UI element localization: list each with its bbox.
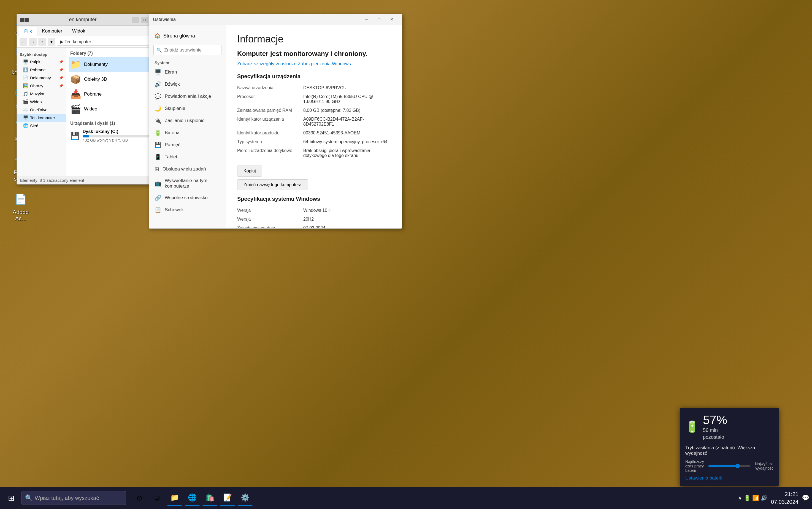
sidebar-item-siec[interactable]: 🌐 Sieć xyxy=(17,122,66,130)
taskbar-app-taskview[interactable]: ⧉ xyxy=(149,490,165,506)
disk-c-info: Dysk lokalny (C:) 432 GB wolnych z 475 G… xyxy=(82,129,156,142)
fe-folder-obiekty[interactable]: 📦 Obiekty 3D xyxy=(69,72,157,87)
fe-minimize-button[interactable]: ─ xyxy=(132,17,139,23)
settings-close-button[interactable]: ✕ xyxy=(385,15,398,24)
sidebar-item-pulpit[interactable]: 🖥️ Pulpit 📌 xyxy=(17,58,66,66)
disk-c-name: Dysk lokalny (C:) xyxy=(82,129,156,134)
spec-row-0: Nazwa urządzenia DESKTOP-6VPRVCU xyxy=(237,83,391,92)
spec-value-1: Intel(R) Core(TM) i5-8365U CPU @ 1.60GHz… xyxy=(303,92,391,106)
settings-maximize-button[interactable]: □ xyxy=(373,15,385,24)
ten-komputer-sidebar-label: Ten komputer xyxy=(30,115,55,120)
settings-nav-wyswietlanie[interactable]: 📺 Wyświetlanie na tym komputerze xyxy=(149,175,226,192)
sidebar-item-onedrive[interactable]: ☁️ OneDrive xyxy=(17,106,66,114)
sidebar-item-obrazy[interactable]: 🖼️ Obrazy 📌 xyxy=(17,82,66,90)
battery-slider[interactable] xyxy=(708,465,750,467)
taskbar-battery-icon[interactable]: 🔋 xyxy=(744,495,751,501)
taskbar-network-icon[interactable]: 📶 xyxy=(752,495,759,501)
battery-slider-left-label: Najdłuższy czas pracy baterii xyxy=(685,460,706,473)
settings-nav-powiadomienia[interactable]: 💬 Powiadomienia i akcje xyxy=(149,90,226,102)
settings-buttons: Kopiuj Zmień nazwę tego komputera xyxy=(237,166,391,190)
fe-tab-plik[interactable]: Plik xyxy=(19,27,37,36)
sidebar-item-muzyka[interactable]: 🎵 Muzyka xyxy=(17,90,66,98)
spec-row-1: Procesor Intel(R) Core(TM) i5-8365U CPU … xyxy=(237,92,391,106)
settings-minimize-button[interactable]: ─ xyxy=(360,15,373,24)
sidebar-item-pobrane[interactable]: ⬇️ Pobrane 📌 xyxy=(17,66,66,74)
settings-windows-spec-table: Wersja Windows 10 H Wersja 20H2 Zainstal… xyxy=(237,206,391,228)
taskbar-app-search[interactable]: ⊙ xyxy=(132,490,147,506)
spec-label-5: Typ systemu xyxy=(237,137,303,146)
settings-nav-dzwiek[interactable]: 🔊 Dźwięk xyxy=(149,78,226,90)
taskbar-notification-button[interactable]: 💬 xyxy=(802,495,809,502)
sidebar-item-ten-komputer[interactable]: 🖥️ Ten komputer xyxy=(17,114,66,122)
taskbar-search-box[interactable]: 🔍 Wpisz tutaj, aby wyszukać xyxy=(22,491,126,505)
settings-nav-schowek[interactable]: 📋 Schowek xyxy=(149,204,226,216)
settings-nav-ekran[interactable]: 🖥️ Ekran xyxy=(149,66,226,78)
settings-nav-bateria[interactable]: 🔋 Bateria xyxy=(149,127,226,139)
sidebar-item-wideo[interactable]: 🎬 Wideo xyxy=(17,98,66,106)
fe-tab-komputer[interactable]: Komputer xyxy=(37,27,67,36)
taskbar-clock[interactable]: 21:21 07.03.2024 xyxy=(771,490,799,506)
start-button[interactable]: ⊞ xyxy=(3,490,19,506)
disk-c-icon: 💾 xyxy=(70,131,80,140)
obsluga-label: Obsługa wielu zadań xyxy=(163,166,206,172)
settings-nav-skupienie[interactable]: 🌙 Skupienie xyxy=(149,102,226,114)
settings-nav-obsluga[interactable]: ⊞ Obsługa wielu zadań xyxy=(149,163,226,175)
fe-up-button[interactable]: ↑ xyxy=(38,38,46,46)
taskbar-app-explorer[interactable]: 📁 xyxy=(167,490,182,506)
fe-folder-wideo[interactable]: 🎬 Wideo xyxy=(69,102,157,116)
bateria-icon: 🔋 xyxy=(155,130,161,136)
fe-folder-dokumenty[interactable]: 📁 Dokumenty xyxy=(69,57,157,72)
muzyka-label: Muzyka xyxy=(30,92,44,96)
fe-disk-c[interactable]: 💾 Dysk lokalny (C:) 432 GB wolnych z 475… xyxy=(69,127,157,145)
home-icon: 🏠 xyxy=(155,33,161,39)
settings-search-box[interactable]: 🔍 xyxy=(154,45,222,55)
spec-value-2: 8,00 GB (dostępne: 7,82 GB) xyxy=(303,106,391,115)
taskbar-app-store[interactable]: 🛍️ xyxy=(202,490,217,506)
schowek-icon: 📋 xyxy=(155,207,161,213)
settings-copy-button[interactable]: Kopiuj xyxy=(237,166,262,176)
settings-nav-pamiec[interactable]: 💾 Pamięć xyxy=(149,139,226,151)
sidebar-item-dokumenty[interactable]: 📄 Dokumenty 📌 xyxy=(17,74,66,82)
fe-recent-button[interactable]: ▼ xyxy=(48,38,55,46)
fe-forward-button[interactable]: → xyxy=(29,38,37,46)
desktop-icon-adobe[interactable]: 📄 Adobe Ac... xyxy=(8,190,33,222)
spec-label-0: Nazwa urządzenia xyxy=(237,83,303,92)
taskbar-volume-icon[interactable]: 🔊 xyxy=(761,495,768,501)
file-explorer-window: ⬛⬛ Ten komputer ─ □ ✕ Plik Komputer Wido… xyxy=(16,14,160,184)
powiadomienia-label: Powiadomienia i akcje xyxy=(165,94,211,99)
settings-search-input[interactable] xyxy=(164,47,223,53)
spec-label-3: Identyfikator urządzenia xyxy=(237,115,303,129)
settings-section-label: System xyxy=(149,58,226,66)
settings-rename-button[interactable]: Zmień nazwę tego komputera xyxy=(237,179,308,190)
battery-percent: 57% xyxy=(703,413,727,427)
dokumenty-pin: 📌 xyxy=(59,76,63,80)
fe-back-button[interactable]: ← xyxy=(20,38,27,46)
settings-nav-zasilanie[interactable]: 🔌 Zasilanie i uśpienie xyxy=(149,114,226,127)
fe-folder-pobrane[interactable]: 📥 Pobrane xyxy=(69,87,157,102)
taskbar-app-settings[interactable]: ⚙️ xyxy=(237,490,253,506)
settings-protection-link[interactable]: Zobacz szczegóły w usłudze Zabezpieczeni… xyxy=(237,61,391,67)
adobe-icon: 📄 xyxy=(12,190,30,208)
settings-nav-wspolne[interactable]: 🔗 Wspólne środowisko xyxy=(149,192,226,204)
fe-sidebar: Szybki dostęp 🖥️ Pulpit 📌 ⬇️ Pobrane 📌 📄… xyxy=(17,48,66,176)
skupienie-icon: 🌙 xyxy=(155,105,161,112)
taskbar-chevron-icon[interactable]: ∧ xyxy=(738,495,742,501)
ekran-label: Ekran xyxy=(165,69,177,75)
desktop: 👤 user 🖥️ Ten komp... 🌐 Sieć 🗑️ Kosz ⚙️ … xyxy=(0,0,812,509)
fe-maximize-button[interactable]: □ xyxy=(141,17,148,23)
onedrive-label: OneDrive xyxy=(30,107,47,112)
fe-addressbar: ← → ↑ ▼ ▶ Ten komputer xyxy=(17,36,160,48)
battery-settings-link[interactable]: Ustawienia baterii xyxy=(685,475,773,481)
settings-nav-tablet[interactable]: 📱 Tablet xyxy=(149,151,226,163)
home-label: Strona główna xyxy=(163,33,195,39)
fe-path-bar[interactable]: ▶ Ten komputer xyxy=(57,38,157,46)
spec-label-2: Zainstalowana pamięć RAM xyxy=(237,106,303,115)
fe-statusbar: Elementy: 8 1 zaznaczony element xyxy=(17,176,160,184)
settings-home-link[interactable]: 🏠 Strona główna xyxy=(149,30,226,42)
fe-quick-access-header: Szybki dostęp xyxy=(17,51,66,58)
battery-time-remaining: 56 min xyxy=(703,428,718,433)
taskbar-app-edge[interactable]: 🌐 xyxy=(184,490,200,506)
taskbar-app-word[interactable]: 📝 xyxy=(220,490,235,506)
fe-tab-widok[interactable]: Widok xyxy=(67,27,90,36)
fe-ribbon-tabs: Plik Komputer Widok xyxy=(17,26,160,36)
